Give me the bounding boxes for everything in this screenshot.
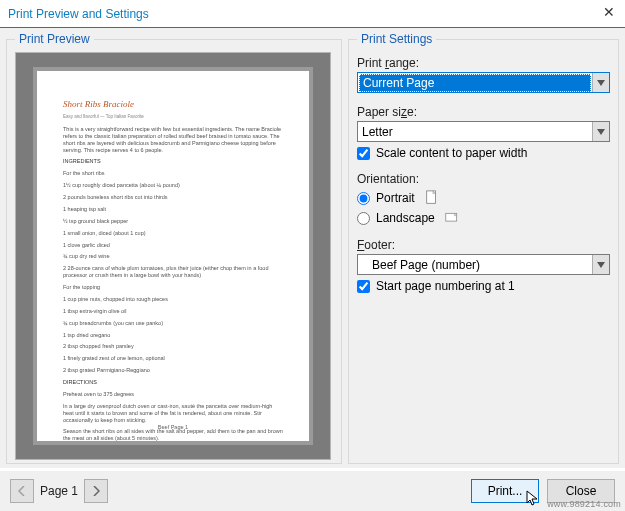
close-button-label: Close bbox=[566, 484, 597, 498]
prev-page-button[interactable] bbox=[10, 479, 34, 503]
sec-ingredients-sub: For the short ribs bbox=[63, 170, 283, 177]
dir-1: In a large dry ovenproof dutch oven or c… bbox=[63, 403, 283, 424]
scale-content-row[interactable]: Scale content to paper width bbox=[357, 146, 610, 160]
paper-size-label: Paper size: bbox=[357, 105, 610, 119]
top-0: 1 cup pine nuts, chopped into rough piec… bbox=[63, 296, 283, 303]
print-preview-legend: Print Preview bbox=[15, 32, 94, 46]
ing-1: 2 pounds boneless short ribs cut into th… bbox=[63, 194, 283, 201]
next-page-button[interactable] bbox=[84, 479, 108, 503]
page-shadow: Short Ribs Braciole Easy and flavorful —… bbox=[33, 67, 313, 445]
top-6: 2 tbsp grated Parmigiano-Reggiano bbox=[63, 367, 283, 374]
top-1: 1 tbsp extra-virgin olive oil bbox=[63, 308, 283, 315]
doc-intro: This is a very straightforward recipe wi… bbox=[63, 126, 283, 154]
landscape-icon bbox=[445, 210, 459, 226]
ing-0: 1½ cup roughly diced pancetta (about ¼ p… bbox=[63, 182, 283, 189]
footer-label: Footer: bbox=[357, 238, 610, 252]
doc-title: Short Ribs Braciole bbox=[63, 99, 283, 110]
paper-size-dropdown-button[interactable] bbox=[592, 122, 609, 141]
start-numbering-row[interactable]: Start page numbering at 1 bbox=[357, 279, 610, 293]
sec-ingredients: INGREDIENTS bbox=[63, 158, 283, 165]
print-settings-legend: Print Settings bbox=[357, 32, 436, 46]
bottom-bar: Page 1 Print... Close bbox=[0, 471, 625, 511]
sec-directions: DIRECTIONS bbox=[63, 379, 283, 386]
portrait-radio[interactable] bbox=[357, 192, 370, 205]
doc-subtitle: Easy and flavorful — Top Italian Favorit… bbox=[63, 114, 283, 120]
ing-7: 2 28-ounce cans of whole plum tomatoes, … bbox=[63, 265, 283, 279]
watermark: www.989214.com bbox=[547, 499, 621, 509]
preview-frame: Short Ribs Braciole Easy and flavorful —… bbox=[15, 52, 331, 460]
chevron-down-icon bbox=[597, 80, 605, 86]
arrow-left-icon bbox=[18, 486, 26, 496]
top-2: ¾ cup breadcrumbs (you can use panko) bbox=[63, 320, 283, 327]
ing-2: 1 heaping tsp salt bbox=[63, 206, 283, 213]
top-5: 1 finely grated zest of one lemon, optio… bbox=[63, 355, 283, 362]
page-indicator: Page 1 bbox=[40, 484, 78, 498]
portrait-row[interactable]: Portrait bbox=[357, 190, 610, 206]
top-3: 1 tsp dried oregano bbox=[63, 332, 283, 339]
paper-size-value: Letter bbox=[358, 125, 592, 139]
landscape-row[interactable]: Landscape bbox=[357, 210, 610, 226]
start-numbering-label: Start page numbering at 1 bbox=[376, 279, 515, 293]
scale-content-label: Scale content to paper width bbox=[376, 146, 527, 160]
footer-dropdown-button[interactable] bbox=[592, 255, 609, 274]
pager: Page 1 bbox=[10, 479, 108, 503]
titlebar: Print Preview and Settings ✕ bbox=[0, 0, 625, 28]
print-button[interactable]: Print... bbox=[471, 479, 539, 503]
dir-lead: Preheat oven to 375 degrees bbox=[63, 391, 283, 398]
footer-combo[interactable]: Beef Page (number) bbox=[357, 254, 610, 275]
scale-content-checkbox[interactable] bbox=[357, 147, 370, 160]
page-footer: Beef Page 1 bbox=[37, 424, 309, 431]
preview-page: Short Ribs Braciole Easy and flavorful —… bbox=[37, 71, 309, 441]
paper-size-combo[interactable]: Letter bbox=[357, 121, 610, 142]
top-4: 2 tbsp chopped fresh parsley bbox=[63, 343, 283, 350]
chevron-down-icon bbox=[597, 129, 605, 135]
arrow-right-icon bbox=[92, 486, 100, 496]
ing-6: ¾ cup dry red wine bbox=[63, 253, 283, 260]
portrait-icon bbox=[425, 190, 439, 206]
start-numbering-checkbox[interactable] bbox=[357, 280, 370, 293]
cursor-icon bbox=[526, 490, 540, 508]
print-settings-group: Print Settings Print range: Current Page… bbox=[348, 32, 619, 464]
ing-4: 1 small onion, diced (about 1 cup) bbox=[63, 230, 283, 237]
print-button-label: Print... bbox=[488, 484, 523, 498]
sec-topping-sub: For the topping bbox=[63, 284, 283, 291]
landscape-label: Landscape bbox=[376, 211, 435, 225]
print-range-combo[interactable]: Current Page bbox=[357, 72, 610, 93]
print-range-label: Print range: bbox=[357, 56, 610, 70]
dialog-body: Print Preview Short Ribs Braciole Easy a… bbox=[0, 28, 625, 468]
close-icon[interactable]: ✕ bbox=[599, 4, 619, 20]
orientation-label: Orientation: bbox=[357, 172, 610, 186]
window-title: Print Preview and Settings bbox=[8, 7, 149, 21]
ing-5: 1 clove garlic diced bbox=[63, 242, 283, 249]
footer-value: Beef Page (number) bbox=[368, 258, 592, 272]
landscape-radio[interactable] bbox=[357, 212, 370, 225]
ing-3: ½ tsp ground black pepper bbox=[63, 218, 283, 225]
print-preview-group: Print Preview Short Ribs Braciole Easy a… bbox=[6, 32, 342, 464]
print-range-value: Current Page bbox=[359, 74, 591, 92]
portrait-label: Portrait bbox=[376, 191, 415, 205]
chevron-down-icon bbox=[597, 262, 605, 268]
print-range-dropdown-button[interactable] bbox=[592, 73, 609, 92]
